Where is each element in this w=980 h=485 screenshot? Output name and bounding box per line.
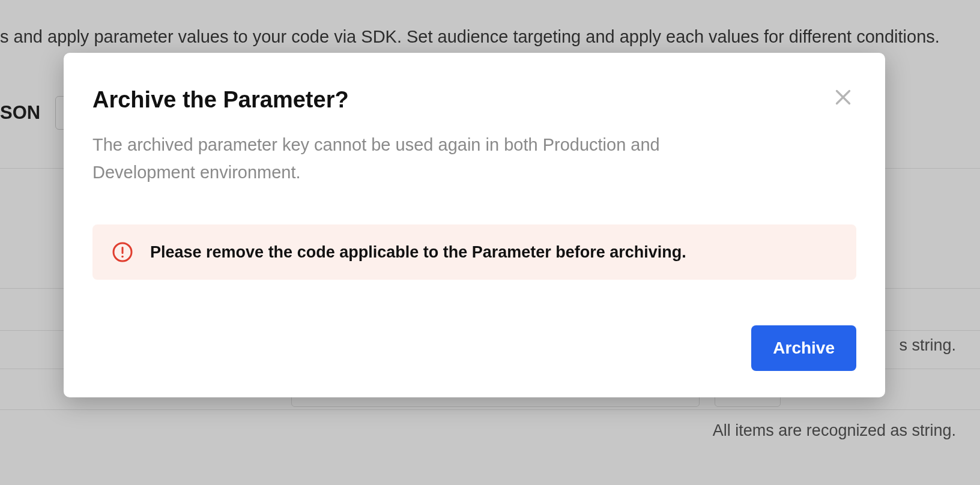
modal-footer: Archive [92, 325, 856, 371]
svg-point-4 [121, 256, 124, 258]
modal-description: The archived parameter key cannot be use… [92, 131, 753, 187]
archive-parameter-modal: Archive the Parameter? The archived para… [64, 53, 885, 397]
warning-text: Please remove the code applicable to the… [150, 243, 686, 262]
warning-box: Please remove the code applicable to the… [92, 224, 856, 280]
modal-title: Archive the Parameter? [92, 86, 349, 114]
close-icon [832, 86, 854, 110]
modal-header: Archive the Parameter? [92, 86, 856, 114]
archive-button[interactable]: Archive [751, 325, 856, 371]
warning-icon [112, 241, 133, 263]
modal-overlay: Archive the Parameter? The archived para… [0, 0, 980, 485]
close-button[interactable] [830, 84, 856, 112]
